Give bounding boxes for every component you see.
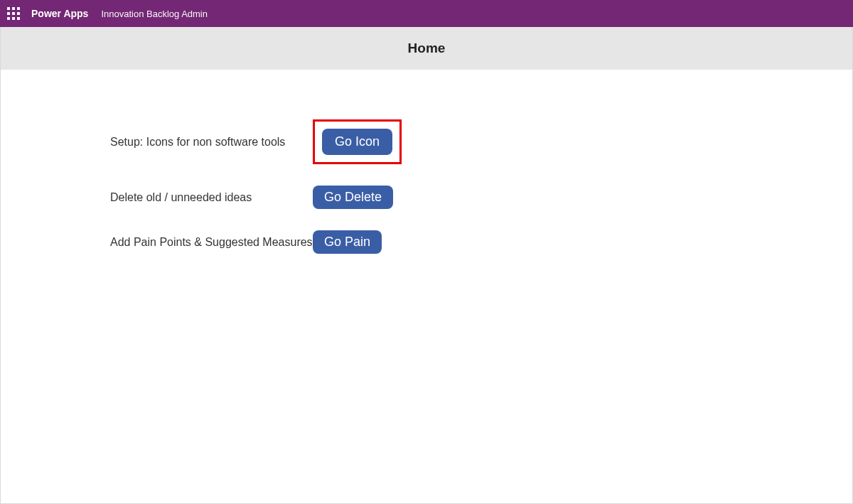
app-name-label: Innovation Backlog Admin (101, 9, 208, 19)
go-pain-button[interactable]: Go Pain (313, 230, 382, 254)
setup-icons-row: Setup: Icons for non software tools Go I… (110, 119, 852, 164)
pain-points-label: Add Pain Points & Suggested Measures (110, 236, 313, 249)
pain-points-row: Add Pain Points & Suggested Measures Go … (110, 230, 852, 254)
page-title: Home (408, 41, 446, 56)
go-icon-highlight-box: Go Icon (313, 119, 402, 164)
go-delete-button[interactable]: Go Delete (313, 186, 393, 209)
delete-ideas-label: Delete old / unneeded ideas (110, 191, 313, 204)
canvas-frame: Home Setup: Icons for non software tools… (0, 27, 853, 504)
global-header: Power Apps Innovation Backlog Admin (0, 0, 853, 27)
delete-ideas-row: Delete old / unneeded ideas Go Delete (110, 186, 852, 209)
app-launcher-icon[interactable] (7, 7, 20, 20)
page-header: Home (1, 27, 852, 70)
brand-label: Power Apps (31, 8, 88, 19)
go-delete-wrapper: Go Delete (313, 186, 393, 209)
go-icon-button[interactable]: Go Icon (322, 129, 392, 155)
go-pain-wrapper: Go Pain (313, 230, 382, 254)
setup-icons-label: Setup: Icons for non software tools (110, 136, 313, 149)
home-content: Setup: Icons for non software tools Go I… (1, 70, 852, 254)
